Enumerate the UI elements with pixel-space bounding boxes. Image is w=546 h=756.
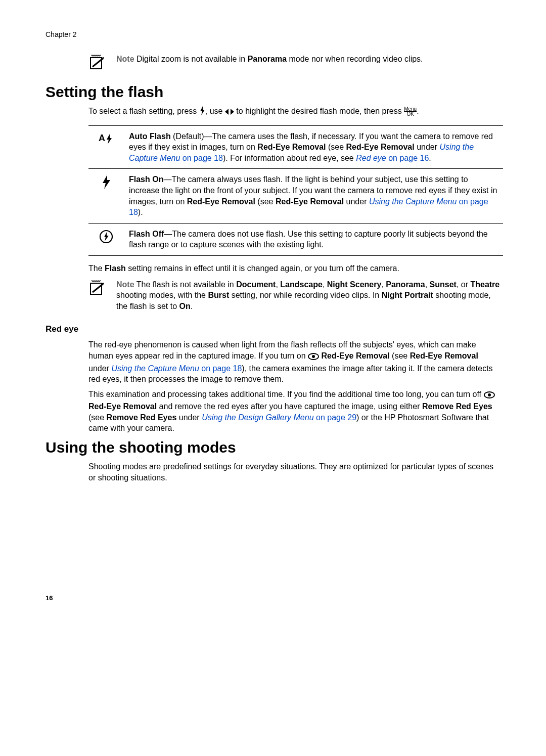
auto-flash-icon: A [88,125,124,169]
eye-icon [484,390,495,402]
link-page-29[interactable]: on page 29 [314,413,357,422]
svg-marker-5 [231,109,234,115]
svg-marker-10 [104,232,109,241]
eye-icon [308,352,319,363]
note-icon [88,54,109,71]
auto-flash-desc: Auto Flash (Default)—The camera uses the… [124,125,503,169]
flash-on-desc: Flash On—The camera always uses flash. I… [124,169,503,223]
svg-text:A: A [99,133,105,143]
note-label: Note [116,280,134,289]
note-flash-unavailable: Note The flash is not available in Docum… [88,279,500,312]
svg-marker-4 [225,109,229,115]
flash-off-desc: Flash Off—The camera does not use flash.… [124,223,503,255]
svg-point-17 [488,393,491,396]
note-icon [88,279,109,296]
redeye-paragraph-2: This examination and processing takes ad… [88,389,500,434]
flash-icon [199,106,205,118]
note-label: Note [116,55,134,63]
redeye-paragraph-1: The red-eye phenomenon is caused when li… [88,339,500,384]
flash-persist: The Flash setting remains in effect unti… [88,263,500,274]
heading-red-eye: Red eye [46,324,500,334]
link-page-18[interactable]: on page 18 [180,154,223,162]
svg-marker-3 [200,106,205,115]
left-right-arrows-icon [225,107,234,118]
link-design-gallery[interactable]: Using the Design Gallery Menu [202,413,313,422]
chapter-label: Chapter 2 [46,30,500,38]
page-number: 16 [46,594,500,602]
link-page-18[interactable]: on page 18 [199,364,242,373]
flash-intro: To select a flash setting, press , use t… [88,106,500,118]
modes-intro: Shooting modes are predefined settings f… [88,461,500,483]
table-row: Flash On—The camera always uses flash. I… [88,169,503,223]
svg-marker-7 [107,134,112,144]
link-capture-menu[interactable]: Using the Capture Menu [111,364,199,373]
svg-point-15 [312,355,315,358]
flash-on-icon [88,169,124,223]
link-page-16[interactable]: on page 16 [386,154,429,162]
menu-ok-icon: MenuOK [404,107,417,117]
link-capture-menu[interactable]: Using the Capture Menu [369,197,457,206]
flash-off-icon [88,223,124,255]
heading-shooting-modes: Using the shooting modes [46,439,500,456]
flash-modes-table: A Auto Flash (Default)—The camera uses t… [88,125,503,256]
svg-marker-8 [103,175,110,189]
note-panorama-zoom: Note Digital zoom is not available in Pa… [88,54,500,71]
table-row: Flash Off—The camera does not use flash.… [88,223,503,255]
heading-setting-flash: Setting the flash [46,83,500,101]
table-row: A Auto Flash (Default)—The camera uses t… [88,125,503,169]
link-red-eye[interactable]: Red eye [356,154,386,162]
